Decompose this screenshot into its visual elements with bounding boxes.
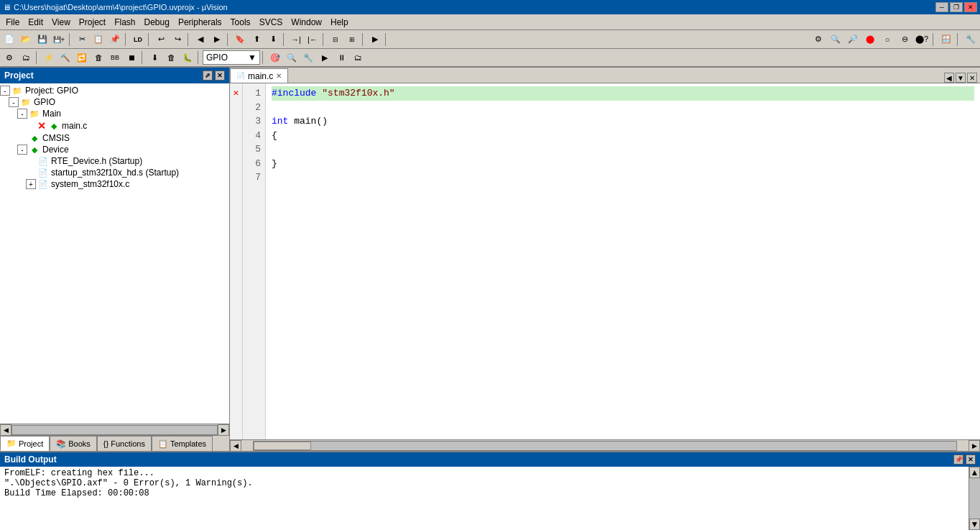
batch-build-button[interactable]: BB [107, 50, 123, 65]
close-button[interactable]: ✕ [964, 2, 977, 12]
menu-project[interactable]: Project [75, 16, 110, 29]
download-button[interactable]: ⬇ [147, 50, 162, 65]
project-panel-close-btn[interactable]: ✕ [215, 70, 225, 81]
build-button[interactable]: 🔨 [57, 50, 73, 65]
config-btn-2[interactable]: 🔍 [828, 32, 843, 47]
disable-bp-btn[interactable]: ⊖ [897, 32, 912, 47]
tree-item-main-c[interactable]: + ✕ ◆ main.c [0, 119, 229, 132]
unindent-button[interactable]: |← [305, 32, 320, 47]
build-vscroll-down[interactable]: ▼ [969, 518, 980, 530]
stop-btn[interactable]: ⏸ [333, 50, 349, 65]
save-button[interactable]: 💾 [34, 32, 50, 47]
translate-button[interactable]: ⚡ [41, 50, 57, 65]
tree-item-gpio[interactable]: - 📁 GPIO [0, 96, 229, 108]
hscroll-left-btn[interactable]: ◀ [0, 424, 11, 436]
menu-tools[interactable]: Tools [226, 16, 255, 29]
inspect-button[interactable]: 🔍 [284, 50, 300, 65]
breakpoint-btn[interactable]: ⬤ [862, 32, 878, 47]
stop-build-button[interactable]: ⏹ [124, 50, 139, 65]
start-debug-button[interactable]: 🐛 [180, 50, 195, 65]
menu-svcs[interactable]: SVCS [255, 16, 287, 29]
save-all-button[interactable]: 💾+ [51, 32, 67, 47]
menu-peripherals[interactable]: Peripherals [174, 16, 226, 29]
rebuild-button[interactable]: 🔁 [74, 50, 90, 65]
bookmark-prev-button[interactable]: ⬆ [249, 32, 264, 47]
tree-item-cmsis[interactable]: + ◆ CMSIS [0, 132, 229, 144]
hscroll-right-btn[interactable]: ▶ [218, 424, 229, 436]
tree-item-project-gpio[interactable]: - 📁 Project: GPIO [0, 85, 229, 96]
menu-window[interactable]: Window [287, 16, 326, 29]
bookmark-next-button[interactable]: ⬇ [265, 32, 281, 47]
setup-btn[interactable]: 🔧 [300, 50, 316, 65]
cut-button[interactable]: ✂ [74, 32, 90, 47]
nav-fwd-button[interactable]: ▶ [209, 32, 225, 47]
tab-close-editor[interactable]: ✕ [967, 73, 977, 83]
menu-help[interactable]: Help [326, 16, 353, 29]
build-vscroll[interactable]: ▲ ▼ [969, 467, 980, 530]
editor-hscroll-left[interactable]: ◀ [230, 440, 241, 452]
nav-back-button[interactable]: ◀ [193, 32, 208, 47]
tab-templates[interactable]: 📋 Templates [152, 436, 213, 451]
menu-debug[interactable]: Debug [140, 16, 174, 29]
clean-button[interactable]: 🗑 [91, 50, 106, 65]
tab-project[interactable]: 📁 Project [0, 436, 50, 451]
editor-hscroll-right[interactable]: ▶ [969, 440, 980, 452]
fold-toggle-button[interactable]: ⊞ [344, 32, 360, 47]
build-vscroll-up[interactable]: ▲ [969, 467, 980, 478]
run-script-button[interactable]: ▶ [367, 32, 383, 47]
tab-nav-left[interactable]: ◀ [944, 73, 954, 83]
hscroll-track[interactable] [11, 425, 218, 435]
window-btn[interactable]: 🪟 [938, 32, 954, 47]
fold-all-button[interactable]: ⊟ [328, 32, 343, 47]
project-panel-float-btn[interactable]: ⇗ [203, 70, 213, 81]
erase-button[interactable]: 🗑 [163, 50, 179, 65]
tab-books[interactable]: 📚 Books [50, 436, 97, 451]
menu-flash[interactable]: Flash [110, 16, 139, 29]
wrench-btn[interactable]: 🔧 [963, 32, 979, 47]
tree-item-rte-device[interactable]: + 📄 RTE_Device.h (Startup) [0, 155, 229, 167]
bookmark-set-button[interactable]: 🔖 [232, 32, 248, 47]
expand-main[interactable]: - [17, 109, 27, 119]
tab-functions[interactable]: {} Functions [97, 436, 152, 451]
restore-button[interactable]: ❐ [950, 2, 963, 12]
menu-view[interactable]: View [47, 16, 75, 29]
tab-nav-down[interactable]: ▼ [956, 73, 966, 83]
expand-project[interactable]: - [0, 86, 10, 96]
expand-system[interactable]: + [26, 179, 36, 189]
undo-button[interactable]: ↩ [153, 32, 169, 47]
target-select-button[interactable]: 🎯 [267, 50, 283, 65]
clear-bp-btn[interactable]: ○ [879, 32, 895, 47]
tree-item-main[interactable]: - 📁 Main [0, 108, 229, 119]
menu-file[interactable]: File [1, 16, 24, 29]
paste-button[interactable]: 📌 [107, 32, 123, 47]
open-file-button[interactable]: 📂 [18, 32, 34, 47]
new-file-button[interactable]: 📄 [1, 32, 17, 47]
copy-button[interactable]: 📋 [91, 32, 106, 47]
tree-item-startup[interactable]: + 📄 startup_stm32f10x_hd.s (Startup) [0, 167, 229, 178]
config-btn-1[interactable]: ⚙ [810, 32, 826, 47]
tab-close-main-c[interactable]: ✕ [276, 72, 282, 80]
run-btn[interactable]: ▶ [317, 50, 333, 65]
load-button[interactable]: LD [130, 32, 146, 47]
minimize-button[interactable]: ─ [935, 2, 948, 12]
editor-tab-main-c[interactable]: 📄 main.c ✕ [230, 68, 288, 83]
bp-options-btn[interactable]: ⬤? [914, 32, 930, 47]
expand-device[interactable]: - [17, 145, 27, 155]
menu-edit[interactable]: Edit [24, 16, 47, 29]
tree-item-system[interactable]: + 📄 system_stm32f10x.c [0, 178, 229, 190]
config-btn-3[interactable]: 🔎 [845, 32, 861, 47]
editor-hscroll-track[interactable] [253, 441, 957, 451]
open-dialog-btn[interactable]: 🗂 [350, 50, 366, 65]
editor-hscroll-thumb[interactable] [254, 442, 311, 450]
code-content[interactable]: #include "stm32f10x.h" int main() { } [266, 83, 980, 439]
build-output-pin-btn[interactable]: 📌 [953, 454, 963, 465]
build-vscroll-track[interactable] [969, 478, 980, 518]
redo-button[interactable]: ↪ [170, 32, 185, 47]
target-dropdown[interactable]: GPIO ▼ [203, 50, 260, 65]
expand-gpio[interactable]: - [9, 97, 19, 107]
build-output-close-btn[interactable]: ✕ [966, 454, 976, 465]
indent-button[interactable]: →| [288, 32, 304, 47]
tree-item-device[interactable]: - ◆ Device [0, 144, 229, 155]
code-editor[interactable]: ✕ 1 2 3 4 5 6 7 #includ [230, 83, 980, 439]
target-options-button[interactable]: ⚙ [1, 50, 17, 65]
